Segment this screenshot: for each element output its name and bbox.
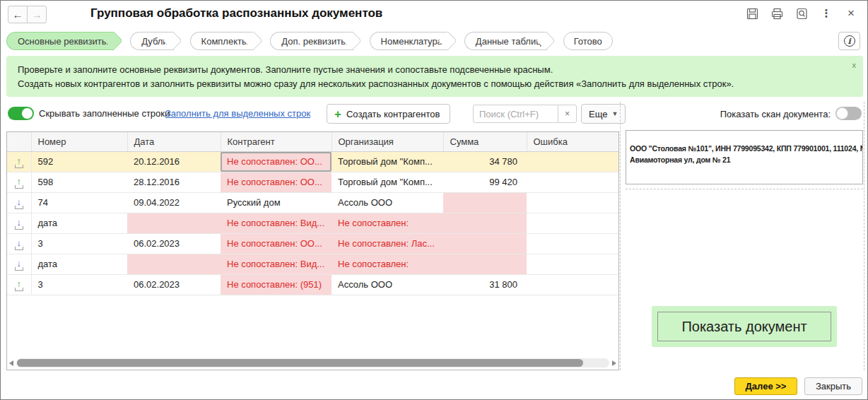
cell-date[interactable]: 09.04.2022 [127,192,221,213]
tray-shape [15,226,23,230]
back-button[interactable]: ← [8,6,28,23]
cell-sum[interactable]: 34 780 [443,151,527,172]
close-window-icon[interactable]: × [845,7,857,20]
wizard-step[interactable]: Готово [563,32,613,50]
cell-error[interactable] [527,192,618,213]
wizard-step[interactable]: Дубли [130,32,173,50]
cell-error[interactable] [527,274,618,295]
show-document-button[interactable]: Показать документ [652,306,837,347]
wizard-step[interactable]: Комплекты [190,32,254,50]
cell-error[interactable] [527,172,618,192]
table-row[interactable]: ↑59828.12.2016Не сопоставлен: ОО...Торго… [7,172,618,192]
cell-sum[interactable]: 99 420 [443,172,527,192]
cell-number[interactable]: дата [31,213,127,233]
tray-shape [15,206,23,209]
cell-number[interactable]: 74 [31,192,127,213]
search-input[interactable] [473,105,558,123]
cell-number[interactable]: 3 [31,274,127,295]
cell-organization[interactable]: Не сопоставлен: [332,213,443,233]
hide-filled-toggle[interactable] [8,107,34,120]
save-icon[interactable] [746,7,758,20]
cell-sum[interactable] [443,254,527,274]
cell-date[interactable] [127,213,221,233]
cell-counterparty[interactable]: Не сопоставлен: ОО... [221,151,332,172]
cell-counterparty[interactable]: Не сопоставлен: ОО... [221,172,332,192]
cell-date[interactable]: 28.12.2016 [127,172,221,192]
wizard-step[interactable]: Данные таблиц [464,32,547,50]
row-direction-cell: ↑ [7,172,31,192]
cell-number[interactable]: 3 [31,233,127,254]
next-button[interactable]: Далее >> [734,377,797,395]
wizard-step-label: Доп. реквизиты [281,36,347,47]
cell-date[interactable] [127,254,221,274]
wizard-step[interactable]: Доп. реквизиты [270,32,353,50]
cell-sum[interactable] [443,233,527,254]
preview-icon[interactable] [795,7,808,20]
table-row[interactable]: ↑306.02.2023Не сопоставлен: (951)Ассоль … [7,274,618,295]
cell-number[interactable]: дата [31,254,127,274]
wizard-step-label: Комплекты [201,36,249,47]
search-clear-button[interactable]: × [558,105,577,123]
cell-counterparty[interactable]: Русский дом [221,192,332,213]
fill-selected-link[interactable]: Заполнить для выделенных строк [165,108,310,119]
scroll-left-icon[interactable] [9,360,13,366]
cell-counterparty[interactable]: Не сопоставлен: ОО... [221,233,332,254]
scroll-right-icon[interactable] [612,360,616,366]
cell-error[interactable] [527,254,618,274]
cell-sum[interactable]: 31 800 [443,274,527,295]
show-scan-toggle[interactable] [835,107,862,120]
cell-organization[interactable]: Торговый дом "Комп... [332,172,443,192]
table-row[interactable]: ↓датаНе сопоставлен: Вид...Не сопоставле… [7,254,618,274]
table-row[interactable]: ↓306.02.2023Не сопоставлен: ОО...Не сопо… [7,233,618,254]
column-header-organization[interactable]: Организация [332,132,443,151]
column-header-counterparty[interactable]: Контрагент [221,132,332,151]
info-button[interactable]: i [838,32,860,50]
cell-error[interactable] [527,151,618,172]
wizard-step-label: Основные реквизиты [18,36,108,47]
horizontal-scrollbar[interactable] [9,358,616,367]
column-header-sum[interactable]: Сумма [443,132,527,151]
cell-organization[interactable]: Торговый дом "Комп... [332,151,443,172]
wizard-step[interactable]: Основные реквизиты [6,32,114,50]
column-header-error[interactable]: Ошибка [527,132,618,151]
scrollbar-track[interactable] [16,358,609,367]
toolbar: Скрывать заполненные строки Заполнить дл… [1,101,867,127]
cell-date[interactable]: 06.02.2023 [127,274,221,295]
panel-splitter-left[interactable] [620,102,621,370]
column-header-number[interactable]: Номер [31,132,127,151]
banner-close-icon[interactable]: x [852,58,857,72]
cell-organization[interactable]: Ассоль ООО [332,192,443,213]
cell-organization[interactable]: Не сопоставлен: Лас... [332,233,443,254]
table-row[interactable]: ↑59220.12.2016Не сопоставлен: ОО...Торго… [7,151,618,172]
column-header-icon[interactable] [7,132,31,151]
column-header-date[interactable]: Дата [127,132,221,151]
cell-counterparty[interactable]: Не сопоставлен: Вид... [221,254,332,274]
table-row[interactable]: ↓7409.04.2022Русский домАссоль ООО [7,192,618,213]
cell-number[interactable]: 598 [31,172,127,192]
table-row[interactable]: ↓датаНе сопоставлен: Вид...Не сопоставле… [7,213,618,233]
more-menu-icon[interactable]: ⋮ [820,7,833,20]
row-direction-cell: ↓ [7,233,31,254]
cell-sum[interactable] [443,213,527,233]
recognized-document-text: ООО "Столовая №101", ИНН 7799095342, КПП… [626,131,862,165]
cell-counterparty[interactable]: Не сопоставлен: (951) [221,274,332,295]
cell-date[interactable]: 06.02.2023 [127,233,221,254]
toggle-knob [21,107,33,119]
cell-organization[interactable]: Ассоль ООО [332,274,443,295]
cell-sum[interactable] [443,192,527,213]
cell-counterparty[interactable]: Не сопоставлен: Вид... [221,213,332,233]
scrollbar-thumb[interactable] [17,359,583,367]
create-counterparties-button[interactable]: + Создать контрагентов [327,104,450,124]
cell-date[interactable]: 20.12.2016 [127,151,221,172]
cell-number[interactable]: 592 [31,151,127,172]
cell-error[interactable] [527,233,618,254]
banner-line-2: Создать новых контрагентов и заполнить р… [18,77,845,91]
forward-button[interactable]: → [27,6,47,23]
print-icon[interactable] [770,7,783,20]
close-button[interactable]: Закрыть [804,377,862,395]
cell-error[interactable] [527,213,618,233]
more-button[interactable]: Еще ▼ [581,104,626,124]
wizard-step[interactable]: Номенклатура [370,32,448,50]
cell-organization[interactable]: Не сопоставлен: [332,254,443,274]
banner-line-1: Проверьте и заполните основные реквизиты… [18,63,845,77]
